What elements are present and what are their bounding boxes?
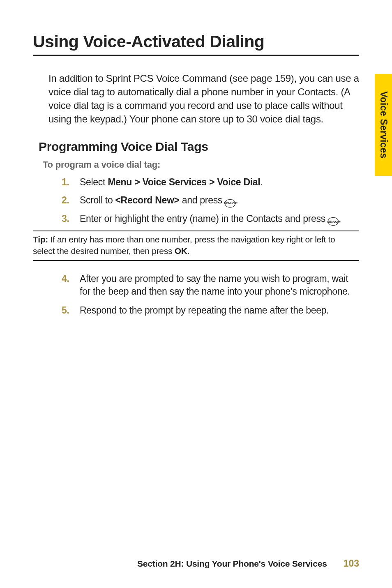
step-body: Select Menu > Voice Services > Voice Dia… [80, 176, 359, 189]
step-bold: Menu > Voice Services > Voice Dial [108, 177, 260, 187]
tip-label: Tip: [33, 235, 50, 244]
step-2: 2. Scroll to <Record New> and press MENU… [62, 194, 359, 208]
tip-bold: OK [175, 246, 187, 256]
step-text: . [235, 195, 238, 205]
step-1: 1. Select Menu > Voice Services > Voice … [62, 176, 359, 189]
intro-paragraph: In addition to Sprint PCS Voice Command … [48, 71, 359, 126]
heading-1: Using Voice-Activated Dialing [33, 32, 359, 51]
step-number: 1. [62, 176, 80, 189]
footer-section: Section 2H: Using Your Phone's Voice Ser… [137, 559, 327, 569]
side-tab: Voice Services [375, 74, 392, 176]
step-3: 3. Enter or highlight the entry (name) i… [62, 212, 359, 226]
step-4: 4. After you are prompted to say the nam… [62, 272, 359, 298]
step-bold: <Record New> [115, 195, 179, 205]
step-5: 5. Respond to the prompt by repeating th… [62, 304, 359, 317]
page-content: Using Voice-Activated Dialing In additio… [0, 0, 392, 317]
footer-page-number: 103 [344, 558, 359, 569]
step-number: 2. [62, 194, 80, 208]
step-text: Select [80, 177, 108, 187]
footer: Section 2H: Using Your Phone's Voice Ser… [0, 558, 392, 569]
step-body: Scroll to <Record New> and press MENUOK. [80, 194, 359, 208]
step-body: Respond to the prompt by repeating the n… [80, 304, 359, 317]
tip-text: . [187, 246, 190, 256]
step-body: After you are prompted to say the name y… [80, 272, 359, 298]
step-number: 4. [62, 272, 80, 298]
tip-block: Tip: If an entry has more than one numbe… [33, 231, 359, 261]
steps-list-a: 1. Select Menu > Voice Services > Voice … [62, 176, 359, 226]
step-text: Enter or highlight the entry (name) in t… [80, 213, 328, 224]
step-number: 3. [62, 212, 80, 226]
step-text: . [339, 213, 341, 224]
step-text: Scroll to [80, 195, 115, 205]
side-tab-label: Voice Services [378, 91, 389, 159]
heading-2: Programming Voice Dial Tags [39, 140, 359, 154]
step-text: and press [180, 195, 225, 205]
sub-heading: To program a voice dial tag: [43, 159, 359, 170]
step-body: Enter or highlight the entry (name) in t… [80, 212, 359, 226]
heading-rule [33, 55, 359, 56]
steps-list-b: 4. After you are prompted to say the nam… [62, 272, 359, 317]
menu-ok-icon: MENUOK [225, 199, 235, 208]
menu-ok-icon: MENUOK [328, 217, 339, 226]
step-text: . [260, 177, 263, 187]
step-number: 5. [62, 304, 80, 317]
